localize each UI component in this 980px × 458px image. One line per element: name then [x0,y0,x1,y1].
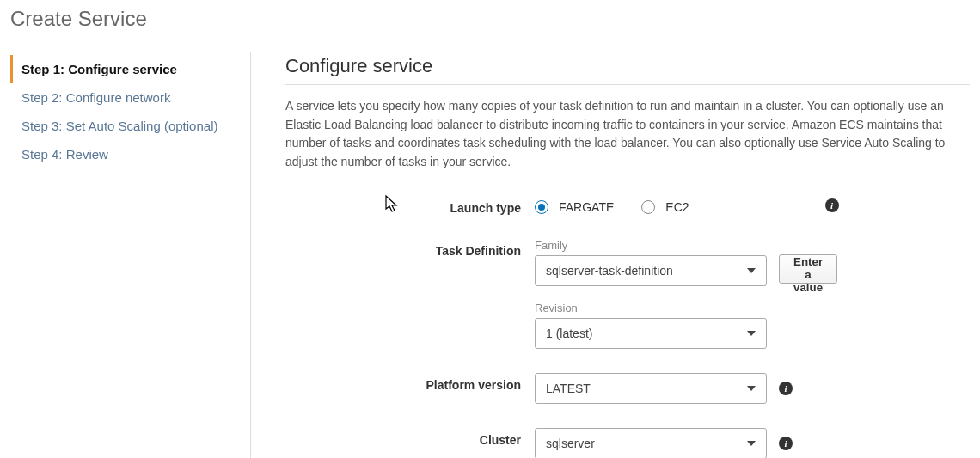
enter-value-button[interactable]: Enter a value [779,254,837,284]
chevron-down-icon [747,441,756,446]
select-cluster[interactable]: sqlserver [535,428,767,458]
select-platform-version[interactable]: LATEST [535,373,767,404]
label-platform-version: Platform version [285,373,535,404]
select-platform-version-value: LATEST [546,382,591,395]
radio-ec2-label: EC2 [665,200,689,214]
section-title: Configure service [285,55,970,85]
step-review[interactable]: Step 4: Review [10,140,242,168]
chevron-down-icon [747,268,756,273]
radio-ec2[interactable] [641,200,655,214]
select-revision-value: 1 (latest) [546,327,592,340]
step-configure-service[interactable]: Step 1: Configure service [10,55,242,83]
info-icon[interactable]: i [779,437,793,450]
select-family[interactable]: sqlserver-task-definition [535,255,767,286]
info-icon[interactable]: i [825,198,839,212]
row-launch-type: Launch type FARGATE EC2 i [285,196,970,215]
row-task-definition: Task Definition Family sqlserver-task-de… [285,239,970,349]
wizard-steps: Step 1: Configure service Step 2: Config… [10,52,251,458]
label-launch-type: Launch type [285,196,535,215]
section-description: A service lets you specify how many copi… [285,97,970,172]
label-cluster: Cluster [285,428,535,458]
label-family: Family [535,239,767,252]
radio-fargate[interactable] [535,200,548,214]
page-title: Create Service [10,7,970,31]
row-platform-version: Platform version LATEST i [285,373,970,404]
chevron-down-icon [747,331,756,336]
select-revision[interactable]: 1 (latest) [535,318,767,349]
select-family-value: sqlserver-task-definition [546,264,673,278]
label-task-definition: Task Definition [285,239,535,349]
label-revision: Revision [535,302,767,314]
main-content: Configure service A service lets you spe… [251,52,970,458]
select-cluster-value: sqlserver [546,437,595,450]
row-cluster: Cluster sqlserver i [285,428,970,458]
radio-fargate-label: FARGATE [559,200,614,214]
step-configure-network[interactable]: Step 2: Configure network [10,83,242,112]
chevron-down-icon [747,386,756,391]
step-auto-scaling[interactable]: Step 3: Set Auto Scaling (optional) [10,112,242,140]
info-icon[interactable]: i [779,382,793,395]
